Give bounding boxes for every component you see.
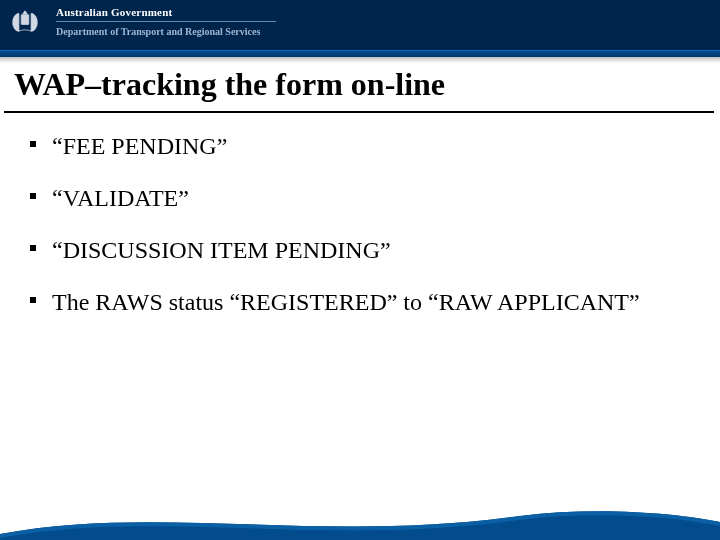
bullet-text: “FEE PENDING”	[52, 131, 700, 161]
footer-swoosh	[0, 500, 720, 540]
bullet-text: The RAWS status “REGISTERED” to “RAW APP…	[52, 287, 700, 317]
bullet-icon	[30, 193, 36, 199]
slide: Australian Government Department of Tran…	[0, 0, 720, 540]
header-text-block: Australian Government Department of Tran…	[56, 0, 276, 37]
bullet-icon	[30, 141, 36, 147]
list-item: “VALIDATE”	[30, 183, 700, 213]
list-item: “FEE PENDING”	[30, 131, 700, 161]
coat-of-arms-icon	[6, 4, 44, 42]
list-item: “DISCUSSION ITEM PENDING”	[30, 235, 700, 265]
slide-title: WAP–tracking the form on-line	[4, 62, 714, 113]
bullet-text: “DISCUSSION ITEM PENDING”	[52, 235, 700, 265]
header: Australian Government Department of Tran…	[0, 0, 720, 50]
department-name: Department of Transport and Regional Ser…	[56, 26, 276, 37]
government-name: Australian Government	[56, 6, 276, 18]
slide-body: “FEE PENDING” “VALIDATE” “DISCUSSION ITE…	[0, 113, 720, 317]
list-item: The RAWS status “REGISTERED” to “RAW APP…	[30, 287, 700, 317]
bullet-icon	[30, 245, 36, 251]
header-divider	[56, 21, 276, 22]
header-swoosh	[0, 50, 720, 62]
bullet-text: “VALIDATE”	[52, 183, 700, 213]
bullet-icon	[30, 297, 36, 303]
